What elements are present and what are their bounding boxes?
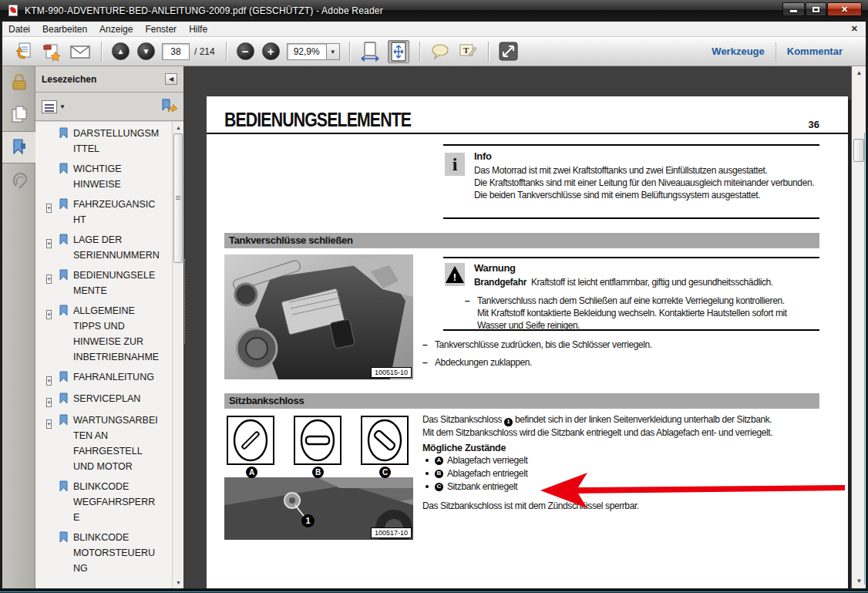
zoom-out-button[interactable]: − [237,42,254,60]
minimize-button[interactable] [782,2,805,16]
expand-plus-icon[interactable]: + [46,310,52,319]
position-c-badge: C [379,467,391,478]
menu-fenster[interactable]: Fenster [139,22,183,36]
menu-hilfe[interactable]: Hilfe [183,22,214,36]
state-key-badge: B [435,470,443,478]
adobe-reader-app-icon[interactable] [7,5,19,17]
bookmark-item[interactable]: + FAHRZEUGANSICHT [35,197,183,232]
bookmarks-options-button[interactable]: ▼ [42,100,66,113]
attachments-tab[interactable] [2,163,35,196]
bookmark-glyph-icon [59,305,69,317]
collapse-panel-button[interactable]: ◀ [165,73,177,85]
bookmark-item[interactable]: BLINKCODE MOTORSTEUERUNG [35,530,183,581]
expand-plus-icon[interactable]: + [46,398,52,407]
expand-plus-icon[interactable]: + [46,239,52,248]
zoom-level-input[interactable]: 92,9% [287,43,327,60]
toolbar-separator [419,42,420,62]
close-button[interactable]: ✕ [827,2,862,16]
previous-page-button[interactable]: ▲ [112,42,130,60]
document-arrow-icon[interactable] [14,42,34,62]
menu-anzeige[interactable]: Anzeige [93,22,139,36]
bookmark-item[interactable]: WICHTIGE HINWEISE [35,161,183,197]
scroll-down-icon[interactable]: ▼ [173,577,184,588]
expand-plus-icon[interactable]: + [46,275,52,284]
bookmark-glyph-icon [59,393,69,405]
info-icon: i [445,153,465,176]
bookmark-glyph-icon [59,531,69,544]
expand-plus-icon[interactable]: + [46,376,52,386]
menu-bearbeiten[interactable]: Bearbeiten [36,22,93,36]
paragraph: Das Sitzbankschloss 1 befindet sich in d… [422,413,823,426]
bookmark-item[interactable]: + SERVICEPLAN [35,391,183,413]
info-line: Das Motorrad ist mit zwei Kraftstofftank… [474,164,819,177]
email-icon[interactable] [69,43,91,60]
callout-1-badge: 1 [301,514,315,527]
sticky-note-icon[interactable] [430,42,450,61]
bookmark-glyph-icon [59,198,69,211]
menu-datei[interactable]: Datei [2,22,36,36]
expand-plus-icon[interactable]: + [46,204,52,213]
bookmark-item[interactable]: + FAHRANLEITUNG [35,369,183,391]
title-bar: KTM-990-ADVENTURE-BED-ANLEITUNG-2009.pdf… [0,0,868,22]
warning-icon: ! [445,263,465,286]
pages-tab[interactable] [2,99,35,131]
toolbar-separator [349,42,350,62]
page-number-input[interactable]: 38 [162,43,190,60]
info-line: Die Kraftstofftanks sind mit einer Leitu… [474,177,819,189]
bookmark-item[interactable]: + LAGE DER SERIENNUMMERN [35,232,183,268]
bookmark-item[interactable]: DARSTELLUNGSMITTEL [35,126,183,161]
panel-title: Lesezeichen [42,74,96,85]
bookmark-label: WARTUNGSARBEITEN AN FAHRGESTELL UND MOTO… [73,413,160,474]
text-annotation-icon[interactable]: T [458,42,478,61]
document-scrollbar-thumb[interactable] [853,139,864,162]
bookmark-arrow-icon [160,99,177,114]
scroll-up-icon[interactable]: ▲ [173,122,184,133]
bookmark-item[interactable]: + WARTUNGSARBEITEN AN FAHRGESTELL UND MO… [35,413,183,479]
bookmark-item[interactable]: BLINKCODE WEGFAHRSPERRE [35,479,183,530]
warning-title: Warnung [474,262,819,275]
kommentar-link[interactable]: Kommentar [776,42,853,60]
toolbar-separator [488,42,489,62]
bookmarks-scrollbar-thumb[interactable] [173,133,183,263]
section-heading-tankverschluesse: Tankverschlüsse schließen [224,233,819,248]
bookmark-label: SERVICEPLAN [73,391,160,406]
maximize-icon [812,7,819,12]
lock-icon [11,73,28,92]
zoom-in-button[interactable]: + [262,42,280,60]
window-title: KTM-990-ADVENTURE-BED-ANLEITUNG-2009.pdf… [25,5,383,16]
document-star-icon[interactable] [42,42,62,62]
page-total-label: / 214 [194,46,215,57]
callout-1-inline-badge: 1 [504,418,513,426]
toolbar-separator [226,42,227,62]
photo-reference-label: 100517-10 [371,527,412,538]
document-canvas: BEDIENUNGSELEMENTE 36 i Info Das Motorra… [186,66,853,588]
scroll-up-icon[interactable]: ▲ [852,67,866,79]
bookmarks-scrollbar[interactable]: ▲ ▼ [172,122,183,588]
bookmark-glyph-icon [59,480,69,493]
minimize-icon [790,10,797,12]
bookmarks-panel-header: Lesezeichen ◀ [35,66,183,93]
bookmark-glyph-icon [59,269,69,281]
maximize-button[interactable] [806,2,826,16]
fullscreen-icon[interactable] [499,42,518,61]
bookmark-glyph-icon [59,234,69,246]
close-document-icon[interactable]: ✕ [851,24,858,34]
bookmark-label: FAHRANLEITUNG [73,369,160,385]
pages-icon [10,105,29,125]
bookmarks-tab[interactable] [2,131,35,163]
next-page-button[interactable]: ▼ [137,42,155,60]
security-tab[interactable] [2,66,35,99]
toolbar-separator [101,42,102,62]
fit-page-icon[interactable] [388,40,409,63]
bookmark-label: ALLGEMEINE TIPPS UND HINWEISE ZUR INBETR… [73,303,160,365]
expand-current-bookmark-button[interactable] [160,99,177,114]
bookmark-item[interactable]: + BEDIENUNGSELEMENTE [35,268,183,303]
scrolling-mode-icon[interactable] [360,41,380,62]
bookmark-item[interactable]: + ALLGEMEINE TIPPS UND HINWEISE ZUR INBE… [35,303,183,369]
main-area: Lesezeichen ◀ ▼ DARSTELLUNGSMITTEL [2,66,866,588]
adobe-reader-window: KTM-990-ADVENTURE-BED-ANLEITUNG-2009.pdf… [0,0,868,593]
werkzeuge-link[interactable]: Werkzeuge [701,42,775,60]
bullet-icon [426,485,429,488]
zoom-dropdown-button[interactable]: ▼ [327,43,340,60]
expand-plus-icon[interactable]: + [46,419,52,429]
